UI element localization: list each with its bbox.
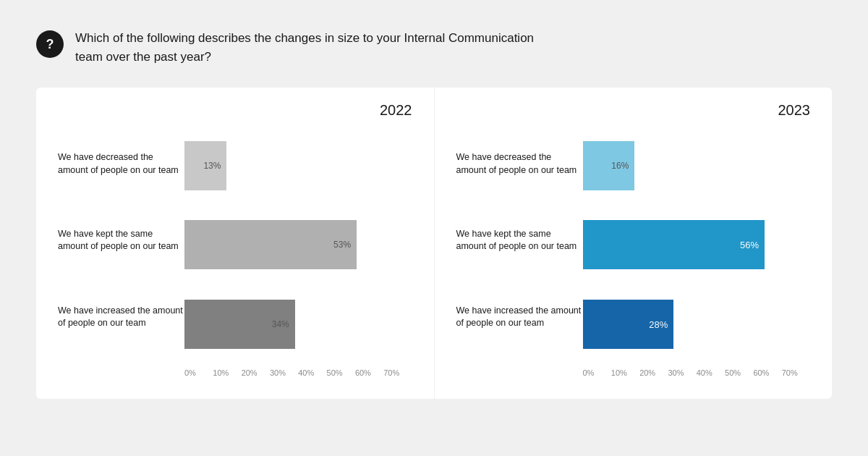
x-tick-1-4: 40% (697, 368, 725, 377)
question-text: Which of the following describes the cha… (75, 29, 538, 66)
chart-panel-2023: 2023We have decreased the amount of peop… (435, 88, 833, 399)
x-tick-0-3: 30% (270, 368, 298, 377)
bar-0-2: 34% (184, 300, 295, 349)
page: ? Which of the following describes the c… (0, 0, 868, 456)
bar-1-1: 56% (583, 220, 765, 269)
bar-row-1-1: 56% (583, 220, 811, 269)
chart-label-1-1: We have kept the same amount of people o… (456, 228, 583, 253)
x-tick-0-1: 10% (213, 368, 241, 377)
bar-value-0-1: 53% (333, 240, 351, 250)
chart-year-2022: 2022 (58, 102, 412, 119)
bar-0-1: 53% (184, 220, 357, 269)
bar-value-1-0: 16% (611, 161, 629, 171)
bar-row-0-0: 13% (184, 141, 412, 190)
chart-label-0-0: We have decreased the amount of people o… (58, 151, 184, 177)
x-tick-1-7: 70% (782, 368, 810, 377)
bar-row-0-2: 34% (184, 300, 412, 349)
x-tick-0-5: 50% (327, 368, 355, 377)
chart-label-1-0: We have decreased the amount of people o… (456, 151, 583, 177)
x-tick-1-5: 50% (725, 368, 753, 377)
bar-value-1-1: 56% (740, 240, 759, 250)
chart-year-2023: 2023 (456, 102, 811, 119)
x-tick-0-7: 70% (383, 368, 412, 377)
x-tick-1-3: 30% (668, 368, 696, 377)
bar-value-0-0: 13% (203, 161, 221, 171)
x-tick-0-2: 20% (242, 368, 270, 377)
question-header: ? Which of the following describes the c… (36, 29, 832, 66)
bar-row-0-1: 53% (184, 220, 412, 269)
question-icon: ? (36, 30, 64, 58)
bar-row-1-0: 16% (583, 141, 811, 190)
bar-value-1-2: 28% (649, 319, 668, 330)
bar-row-1-2: 28% (583, 300, 811, 349)
chart-label-1-2: We have increased the amount of people o… (456, 305, 583, 330)
bar-1-2: 28% (583, 300, 674, 349)
x-tick-1-0: 0% (583, 368, 611, 377)
chart-label-0-2: We have increased the amount of people o… (58, 305, 184, 330)
x-tick-0-6: 60% (355, 368, 383, 377)
x-tick-1-2: 20% (639, 368, 668, 377)
chart-label-0-1: We have kept the same amount of people o… (58, 228, 184, 253)
bar-1-0: 16% (583, 141, 635, 190)
bar-0-0: 13% (184, 141, 226, 190)
x-tick-0-0: 0% (184, 368, 213, 377)
x-tick-1-1: 10% (611, 368, 639, 377)
x-tick-0-4: 40% (298, 368, 326, 377)
x-tick-1-6: 60% (753, 368, 781, 377)
charts-container: 2022We have decreased the amount of peop… (36, 88, 832, 399)
bar-value-0-2: 34% (272, 319, 289, 329)
chart-panel-2022: 2022We have decreased the amount of peop… (36, 88, 434, 399)
